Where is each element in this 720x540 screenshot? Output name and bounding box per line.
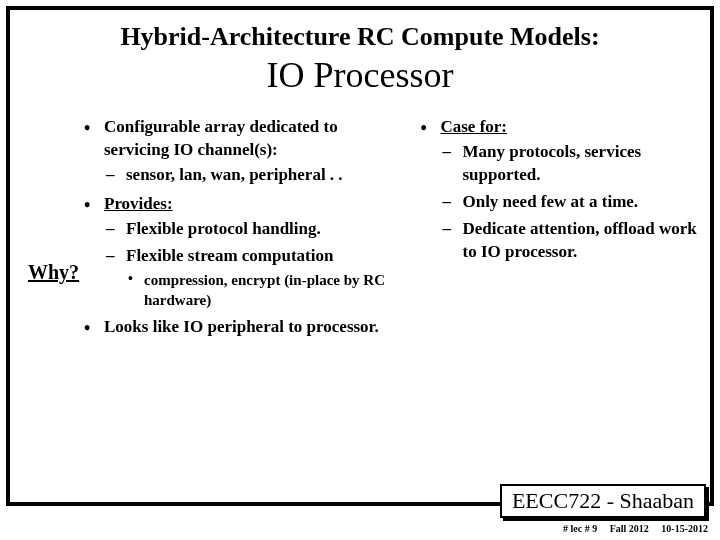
bullet-config-array: Configurable array dedicated to servicin… (82, 116, 406, 187)
footer-course-box: EECC722 - Shaaban (500, 484, 706, 518)
sub-flexible-protocol: Flexible protocol handling. (104, 218, 406, 241)
footer-term: Fall 2012 (610, 523, 649, 534)
sub-text: Flexible stream computation (126, 246, 333, 265)
left-column: Why? Configurable array dedicated to ser… (28, 116, 406, 345)
content-columns: Why? Configurable array dedicated to ser… (28, 116, 692, 345)
bullet-text: Case for: (440, 117, 507, 136)
sub-dedicate: Dedicate attention, offload work to IO p… (440, 218, 704, 264)
sub-only-few: Only need few at a time. (440, 191, 704, 214)
footer-meta: # lec # 9 Fall 2012 10-15-2012 (553, 523, 708, 534)
subsub-compression: compression, encrypt (in-place by RC har… (126, 270, 406, 311)
sub-flexible-stream: Flexible stream computation compression,… (104, 245, 406, 310)
left-content: Configurable array dedicated to servicin… (82, 116, 406, 345)
why-label: Why? (28, 259, 82, 286)
title-line1: Hybrid-Architecture RC Compute Models: (28, 22, 692, 52)
sub-sensor-lan: sensor, lan, wan, peripheral . . (104, 164, 406, 187)
slide-frame: Hybrid-Architecture RC Compute Models: I… (6, 6, 714, 506)
title-line2: IO Processor (28, 54, 692, 96)
bullet-text: Configurable array dedicated to servicin… (104, 117, 338, 159)
bullet-provides: Provides: Flexible protocol handling. Fl… (82, 193, 406, 310)
title-block: Hybrid-Architecture RC Compute Models: I… (28, 22, 692, 96)
bullet-text: Provides: (104, 194, 173, 213)
sub-many-protocols: Many protocols, services supported. (440, 141, 704, 187)
bullet-looks-like: Looks like IO peripheral to processor. (82, 316, 406, 339)
right-column: Case for: Many protocols, services suppo… (418, 116, 704, 345)
footer-date: 10-15-2012 (661, 523, 708, 534)
footer-lec: # lec # 9 (563, 523, 597, 534)
bullet-case-for: Case for: Many protocols, services suppo… (418, 116, 704, 264)
